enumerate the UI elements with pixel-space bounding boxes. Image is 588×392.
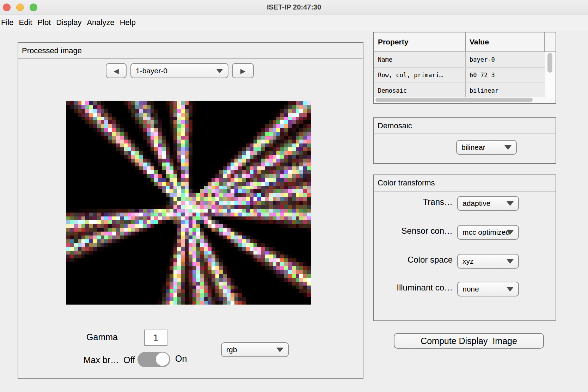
dropdown-arrow-icon — [507, 201, 514, 206]
menu-edit[interactable]: Edit — [19, 18, 32, 27]
sensor-conversion-dropdown[interactable]: mcc optimized — [457, 225, 519, 240]
image-select-value: 1-bayer-0 — [136, 67, 167, 75]
next-image-button[interactable]: ▶ — [232, 63, 254, 78]
demosaic-method-value: bilinear — [461, 143, 485, 152]
menu-plot[interactable]: Plot — [37, 18, 51, 27]
processed-image-panel: Processed image ◀ 1-bayer-0 ▶ Gamma Max … — [18, 42, 363, 379]
illuminant-correction-label: Illuminant co… — [374, 283, 453, 293]
window-title: ISET-IP 20:47:30 — [0, 0, 588, 14]
cell-value: bayer-0 — [466, 52, 545, 67]
table-row[interactable]: Name bayer-0 — [374, 52, 545, 68]
column-header-value: Value — [466, 32, 545, 51]
right-arrow-icon: ▶ — [240, 67, 246, 75]
processed-image-display — [66, 101, 311, 305]
color-transforms-panel: Color transforms Trans… adaptive Sensor … — [373, 174, 556, 321]
properties-table: Property Value Name bayer-0 Row, col, pr… — [373, 32, 556, 104]
dropdown-arrow-icon — [507, 230, 514, 235]
horizontal-scrollbar[interactable] — [374, 97, 545, 103]
color-transforms-panel-title: Color transforms — [374, 175, 556, 191]
cell-property: Row, col, primari… — [374, 68, 466, 82]
dropdown-arrow-icon — [276, 348, 283, 352]
compute-display-image-label: Compute Display Image — [421, 336, 517, 346]
transform-dropdown[interactable]: adaptive — [457, 196, 519, 211]
table-row[interactable]: Demosaic bilinear — [374, 83, 545, 99]
menu-help[interactable]: Help — [120, 18, 136, 27]
cell-value: 60 72 3 — [466, 68, 545, 82]
render-mode-value: rgb — [226, 345, 237, 354]
cell-value: bilinear — [466, 83, 545, 98]
prev-image-button[interactable]: ◀ — [106, 63, 127, 78]
gamma-label: Gamma — [47, 332, 118, 342]
demosaic-method-dropdown[interactable]: bilinear — [456, 140, 517, 155]
toggle-knob — [155, 352, 170, 366]
horizontal-scrollbar-thumb[interactable] — [375, 98, 533, 102]
table-row[interactable]: Row, col, primari… 60 72 3 — [374, 68, 545, 83]
illuminant-correction-value: none — [463, 285, 479, 293]
cell-property: Name — [374, 52, 466, 67]
cell-property: Demosaic — [374, 83, 466, 98]
left-arrow-icon: ◀ — [114, 67, 119, 75]
sensor-conversion-value: mcc optimized — [463, 228, 510, 237]
transform-label: Trans… — [374, 197, 453, 207]
transform-value: adaptive — [463, 199, 490, 208]
demosaic-panel-title: Demosaic — [374, 118, 556, 134]
properties-table-header: Property Value — [374, 32, 556, 52]
iset-ip-window: ISET-IP 20:47:30 File Edit Plot Display … — [0, 0, 588, 392]
menubar: File Edit Plot Display Analyze Help — [0, 14, 588, 31]
dropdown-arrow-icon — [216, 69, 223, 73]
menu-file[interactable]: File — [1, 18, 13, 27]
toggle-off-label: Off — [123, 355, 135, 365]
max-brightness-row: Max br… Off — [29, 354, 135, 366]
max-brightness-label: Max br… — [84, 355, 119, 365]
image-select-dropdown[interactable]: 1-bayer-0 — [130, 63, 228, 78]
demosaic-panel: Demosaic bilinear — [373, 117, 556, 164]
column-header-property: Property — [374, 32, 466, 51]
sensor-conversion-label: Sensor con… — [374, 226, 453, 236]
compute-display-image-button[interactable]: Compute Display Image — [394, 333, 544, 349]
dropdown-arrow-icon — [507, 259, 514, 264]
color-space-value: xyz — [463, 257, 474, 265]
toggle-on-label: On — [175, 354, 187, 364]
processed-image-panel-title: Processed image — [18, 43, 363, 59]
titlebar: ISET-IP 20:47:30 — [0, 0, 588, 14]
render-mode-dropdown[interactable]: rgb — [221, 342, 289, 357]
menu-display[interactable]: Display — [56, 18, 81, 27]
vertical-scrollbar[interactable] — [545, 52, 555, 98]
menu-analyze[interactable]: Analyze — [87, 18, 114, 27]
color-space-label: Color space — [374, 255, 453, 265]
gamma-input[interactable] — [144, 330, 167, 346]
color-space-dropdown[interactable]: xyz — [457, 254, 519, 269]
dropdown-arrow-icon — [507, 287, 514, 292]
illuminant-correction-dropdown[interactable]: none — [457, 282, 519, 296]
dropdown-arrow-icon — [504, 145, 512, 150]
max-brightness-toggle[interactable] — [137, 352, 170, 367]
vertical-scrollbar-thumb[interactable] — [547, 53, 552, 73]
